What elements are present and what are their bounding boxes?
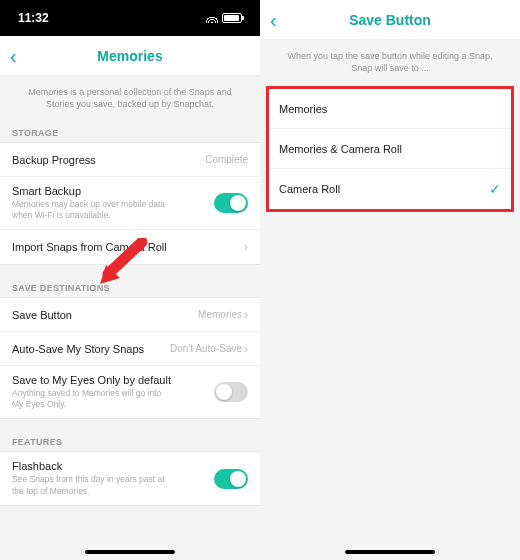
option-label: Memories: [279, 103, 327, 115]
page-subtitle: When you tap the save button while editi…: [260, 40, 520, 86]
home-indicator: [85, 550, 175, 554]
wifi-icon: [206, 14, 218, 23]
chevron-right-icon: ›: [244, 240, 248, 254]
row-group-storage: Backup Progress Complete Smart Backup Me…: [0, 142, 260, 265]
screen-memories: 11:32 ‹ Memories Memories is a personal …: [0, 0, 260, 560]
annotation-highlight-box: Memories Memories & Camera Roll Camera R…: [266, 86, 514, 212]
row-main: Flashback See Snaps from this day in yea…: [12, 460, 172, 496]
row-subtitle: Anything saved to Memories will go into …: [12, 388, 172, 410]
row-backup-progress[interactable]: Backup Progress Complete: [0, 143, 260, 177]
toggle-flashback[interactable]: [214, 469, 248, 489]
chevron-right-icon: ›: [244, 308, 248, 322]
row-value: Memories ›: [198, 308, 248, 322]
row-title: Import Snaps from Camera Roll: [12, 241, 167, 253]
home-indicator: [345, 550, 435, 554]
section-label-features: FEATURES: [0, 431, 260, 451]
row-auto-save[interactable]: Auto-Save My Story Snaps Don't Auto-Save…: [0, 332, 260, 366]
status-icons: [206, 13, 242, 23]
row-title: Backup Progress: [12, 154, 96, 166]
battery-icon: [222, 13, 242, 23]
row-title: Smart Backup: [12, 185, 172, 197]
option-label: Memories & Camera Roll: [279, 143, 402, 155]
option-camera-roll[interactable]: Camera Roll ✓: [269, 169, 511, 209]
option-memories[interactable]: Memories: [269, 89, 511, 129]
row-subtitle: See Snaps from this day in years past at…: [12, 474, 172, 496]
page-title: Save Button: [349, 12, 431, 28]
status-time: 11:32: [18, 11, 49, 25]
back-button[interactable]: ‹: [270, 10, 277, 30]
row-eyes-only[interactable]: Save to My Eyes Only by default Anything…: [0, 366, 260, 418]
checkmark-icon: ✓: [489, 181, 501, 197]
options-group: Memories Memories & Camera Roll Camera R…: [269, 89, 511, 209]
row-group-save-dest: Save Button Memories › Auto-Save My Stor…: [0, 297, 260, 419]
back-button[interactable]: ‹: [10, 46, 17, 66]
status-bar: 11:32: [0, 0, 260, 36]
header: ‹ Memories: [0, 36, 260, 76]
row-smart-backup[interactable]: Smart Backup Memories may back up over m…: [0, 177, 260, 230]
row-group-features: Flashback See Snaps from this day in yea…: [0, 451, 260, 505]
row-title: Flashback: [12, 460, 172, 472]
chevron-right-icon: ›: [244, 342, 248, 356]
toggle-eyes-only[interactable]: [214, 382, 248, 402]
page-title: Memories: [97, 48, 162, 64]
page-subtitle: Memories is a personal collection of the…: [0, 76, 260, 122]
row-main: Save to My Eyes Only by default Anything…: [12, 374, 172, 410]
row-title: Save Button: [12, 309, 72, 321]
row-subtitle: Memories may back up over mobile data wh…: [12, 199, 172, 221]
row-main: Smart Backup Memories may back up over m…: [12, 185, 172, 221]
row-title: Auto-Save My Story Snaps: [12, 343, 144, 355]
option-label: Camera Roll: [279, 183, 340, 195]
row-value: Don't Auto-Save ›: [170, 342, 248, 356]
screen-save-button: ‹ Save Button When you tap the save butt…: [260, 0, 520, 560]
toggle-smart-backup[interactable]: [214, 193, 248, 213]
row-value-text: Memories: [198, 309, 242, 320]
header: ‹ Save Button: [260, 0, 520, 40]
section-label-save-dest: SAVE DESTINATIONS: [0, 277, 260, 297]
row-flashback[interactable]: Flashback See Snaps from this day in yea…: [0, 452, 260, 504]
row-title: Save to My Eyes Only by default: [12, 374, 172, 386]
option-memories-camera-roll[interactable]: Memories & Camera Roll: [269, 129, 511, 169]
row-value: Complete: [205, 154, 248, 165]
row-import-snaps[interactable]: Import Snaps from Camera Roll ›: [0, 230, 260, 264]
row-value-text: Don't Auto-Save: [170, 343, 242, 354]
row-save-button[interactable]: Save Button Memories ›: [0, 298, 260, 332]
section-label-storage: STORAGE: [0, 122, 260, 142]
